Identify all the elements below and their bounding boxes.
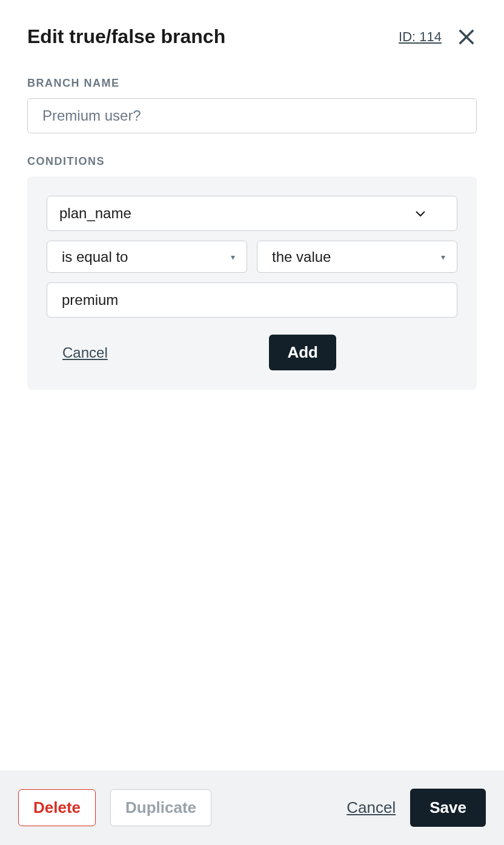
chevron-down-icon xyxy=(413,206,428,221)
operator-select-wrap: is equal to xyxy=(47,241,247,273)
footer-action-bar: Delete Duplicate Cancel Save xyxy=(0,770,504,845)
branch-name-label: BRANCH NAME xyxy=(27,77,477,90)
operator-select[interactable]: is equal to xyxy=(47,241,247,273)
save-button[interactable]: Save xyxy=(410,789,486,827)
field-select[interactable]: plan_name xyxy=(47,196,457,231)
cancel-button[interactable]: Cancel xyxy=(346,798,396,817)
branch-name-input[interactable] xyxy=(27,98,477,133)
duplicate-button[interactable]: Duplicate xyxy=(110,789,211,826)
field-select-value: plan_name xyxy=(59,205,131,222)
delete-button[interactable]: Delete xyxy=(18,789,96,826)
condition-actions: Cancel Add xyxy=(47,335,457,370)
operator-row: is equal to the value xyxy=(47,241,457,273)
branch-name-block: BRANCH NAME xyxy=(27,77,477,133)
panel-title: Edit true/false branch xyxy=(27,25,225,48)
close-icon xyxy=(456,27,477,47)
compare-mode-select-wrap: the value xyxy=(257,241,457,273)
compare-mode-select[interactable]: the value xyxy=(257,241,457,273)
close-button[interactable] xyxy=(456,27,477,47)
panel-header: Edit true/false branch ID: 114 xyxy=(27,25,477,48)
add-condition-button[interactable]: Add xyxy=(269,335,336,370)
condition-cancel-button[interactable]: Cancel xyxy=(62,344,108,361)
value-input[interactable] xyxy=(47,282,457,318)
conditions-panel: plan_name is equal to the value Cancel A… xyxy=(27,176,477,390)
header-right: ID: 114 xyxy=(399,27,477,47)
id-link[interactable]: ID: 114 xyxy=(399,29,442,45)
conditions-label: CONDITIONS xyxy=(27,155,477,168)
